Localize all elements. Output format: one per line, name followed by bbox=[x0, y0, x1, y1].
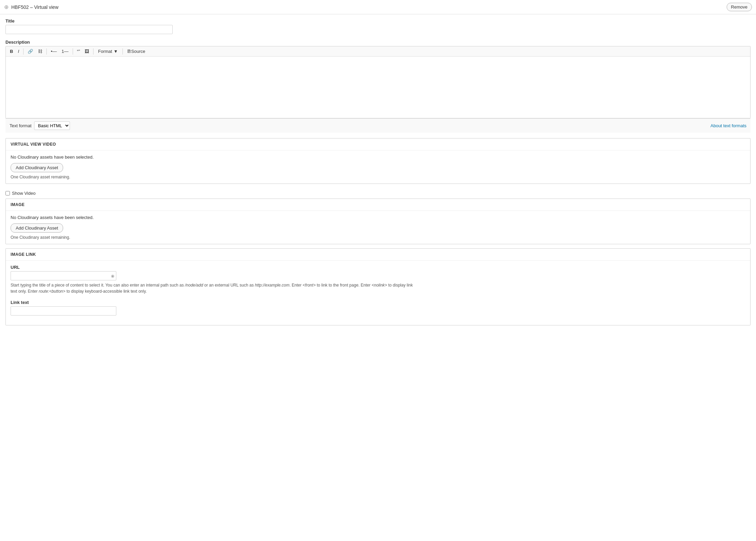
add-cloudinary-image-button[interactable]: Add Cloudinary Asset bbox=[11, 223, 63, 233]
path-example: /node/add bbox=[185, 283, 203, 288]
blockquote-button[interactable]: “” bbox=[75, 48, 82, 55]
blockquote-icon: “” bbox=[77, 49, 80, 54]
editor-wrapper: B I 🔗 ⛓ •— 1— bbox=[5, 46, 751, 118]
bold-button[interactable]: B bbox=[8, 48, 15, 55]
title-field-section: Title bbox=[5, 18, 751, 34]
header-title-area: ⊕ HBF502 – Virtual view bbox=[4, 4, 58, 10]
image-link-body: URL ◉ Start typing the title of a piece … bbox=[6, 261, 750, 325]
link-text-field-section: Link text bbox=[11, 300, 745, 316]
description-field-section: Description B I 🔗 ⛓ •— bbox=[5, 40, 751, 133]
image-icon: 🖼 bbox=[85, 49, 89, 54]
toolbar-separator-5 bbox=[122, 48, 123, 55]
virtual-view-video-header: VIRTUAL VIEW VIDEO bbox=[6, 138, 750, 150]
url-example: http://example.com bbox=[255, 283, 289, 288]
image-button[interactable]: 🖼 bbox=[83, 48, 91, 55]
about-text-formats-link[interactable]: About text formats bbox=[711, 123, 747, 128]
url-input[interactable] bbox=[11, 271, 116, 280]
editor-toolbar: B I 🔗 ⛓ •— 1— bbox=[6, 46, 750, 57]
title-input[interactable] bbox=[5, 25, 173, 34]
source-icon: 🖹 bbox=[127, 49, 131, 54]
url-help-text: Start typing the title of a piece of con… bbox=[11, 282, 420, 294]
content-area: Title Description B I 🔗 ⛓ bbox=[0, 14, 756, 334]
description-label: Description bbox=[5, 40, 751, 45]
image-no-assets-text: No Cloudinary assets have been selected. bbox=[11, 215, 745, 220]
title-label: Title bbox=[5, 18, 751, 24]
image-section: IMAGE No Cloudinary assets have been sel… bbox=[5, 199, 751, 244]
image-section-body: No Cloudinary assets have been selected.… bbox=[6, 211, 750, 244]
unlink-button[interactable]: ⛓ bbox=[36, 48, 44, 55]
link-text-label: Link text bbox=[11, 300, 745, 305]
front-tag: <front> bbox=[303, 283, 316, 288]
ul-icon: •— bbox=[51, 49, 57, 54]
editor-body[interactable] bbox=[6, 57, 750, 118]
virtual-view-video-section: VIRTUAL VIEW VIDEO No Cloudinary assets … bbox=[5, 138, 751, 184]
link-text-input[interactable] bbox=[11, 306, 116, 316]
toolbar-separator-2 bbox=[46, 48, 47, 55]
text-format-select[interactable]: Basic HTML Full HTML Plain text bbox=[34, 121, 70, 130]
remove-button[interactable]: Remove bbox=[727, 3, 752, 11]
italic-button[interactable]: I bbox=[16, 48, 21, 55]
show-video-checkbox[interactable] bbox=[5, 191, 10, 195]
url-input-wrapper: ◉ bbox=[11, 271, 116, 280]
video-no-assets-text: No Cloudinary assets have been selected. bbox=[11, 155, 745, 160]
toolbar-separator-3 bbox=[73, 48, 73, 55]
route-tag: route:<button> bbox=[39, 289, 65, 294]
url-label: URL bbox=[11, 265, 745, 270]
image-link-section: IMAGE LINK URL ◉ Start typing the title … bbox=[5, 248, 751, 325]
toolbar-separator-4 bbox=[93, 48, 93, 55]
video-remaining-text: One Cloudinary asset remaining. bbox=[11, 175, 70, 179]
text-format-label: Text format bbox=[10, 123, 31, 128]
text-format-left: Text format Basic HTML Full HTML Plain t… bbox=[10, 121, 70, 130]
image-link-header: IMAGE LINK bbox=[6, 249, 750, 261]
format-arrow-icon: ▼ bbox=[114, 49, 118, 54]
header-bar: ⊕ HBF502 – Virtual view Remove bbox=[0, 0, 756, 14]
format-dropdown-button[interactable]: Format ▼ bbox=[96, 48, 120, 55]
view-title: HBF502 – Virtual view bbox=[11, 4, 58, 10]
source-button[interactable]: 🖹 Source bbox=[125, 48, 147, 55]
unordered-list-button[interactable]: •— bbox=[49, 48, 59, 55]
add-cloudinary-video-button[interactable]: Add Cloudinary Asset bbox=[11, 163, 63, 172]
image-section-header: IMAGE bbox=[6, 199, 750, 211]
nolink-tag: <nolink> bbox=[372, 283, 387, 288]
ol-icon: 1— bbox=[62, 49, 69, 54]
show-video-label[interactable]: Show Video bbox=[12, 191, 35, 196]
page-wrapper: ⊕ HBF502 – Virtual view Remove Title Des… bbox=[0, 0, 756, 541]
show-video-row: Show Video bbox=[5, 188, 751, 199]
url-field-section: URL ◉ Start typing the title of a piece … bbox=[11, 265, 745, 294]
link-button[interactable]: 🔗 bbox=[26, 48, 35, 55]
move-icon[interactable]: ⊕ bbox=[4, 4, 9, 10]
unlink-icon: ⛓ bbox=[38, 49, 42, 54]
link-icon: 🔗 bbox=[28, 49, 33, 54]
format-label: Format bbox=[98, 49, 112, 54]
toolbar-separator-1 bbox=[23, 48, 24, 55]
ordered-list-button[interactable]: 1— bbox=[60, 48, 71, 55]
virtual-view-video-body: No Cloudinary assets have been selected.… bbox=[6, 150, 750, 184]
source-label: Source bbox=[131, 49, 145, 54]
url-search-icon: ◉ bbox=[111, 274, 114, 278]
text-format-bar: Text format Basic HTML Full HTML Plain t… bbox=[5, 118, 751, 133]
image-remaining-text: One Cloudinary asset remaining. bbox=[11, 235, 70, 240]
